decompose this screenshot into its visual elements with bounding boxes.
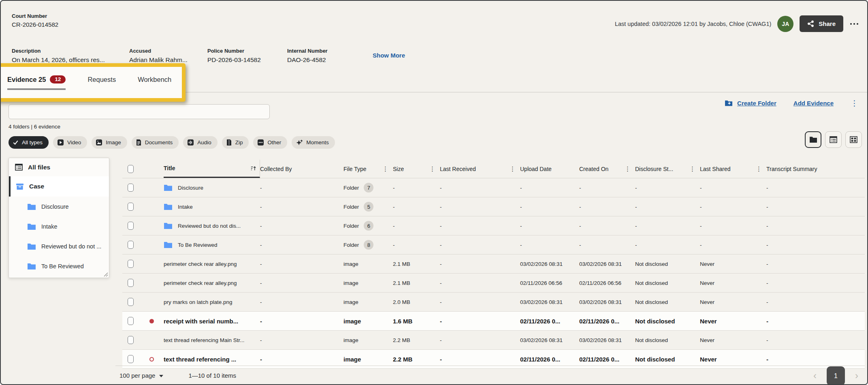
table-row[interactable]: text thread referencing Main Str... - im… <box>122 331 865 350</box>
filter-chip-other[interactable]: Other <box>253 136 287 149</box>
previous-page-icon[interactable]: ‹ <box>808 371 821 381</box>
sidebar-folder-item[interactable]: Reviewed but do not ... <box>9 236 109 256</box>
grid-view-button[interactable] <box>845 131 862 148</box>
table-row[interactable]: pry marks on latch plate.png - image 2.0… <box>122 293 865 312</box>
cell-title[interactable]: pry marks on latch plate.png <box>164 293 260 311</box>
column-menu-icon[interactable]: ⋮ <box>508 165 517 173</box>
column-header[interactable]: Collected By <box>260 160 343 178</box>
table-row[interactable]: Reviewed but do not dis... - Folder6 - -… <box>122 216 865 235</box>
column-menu-icon[interactable]: ⋮ <box>428 165 437 173</box>
file-type-text: image <box>343 337 358 343</box>
table-row[interactable]: To Be Reviewed - Folder8 - - - - - - - <box>122 235 865 255</box>
row-checkbox[interactable] <box>128 355 134 363</box>
table-row[interactable]: Intake - Folder5 - - - - - - - <box>122 197 865 216</box>
show-more-link[interactable]: Show More <box>373 52 405 64</box>
sidebar-item-all-files[interactable]: All files <box>9 158 109 176</box>
column-menu-icon[interactable]: ⋮ <box>623 165 632 173</box>
filter-chip-all-types[interactable]: All types <box>9 136 49 149</box>
cell-last-received: - <box>440 293 520 311</box>
row-checkbox[interactable] <box>128 203 134 211</box>
cell-title[interactable]: perimeter check rear alley.png <box>164 274 260 292</box>
table-row[interactable]: perimeter check rear alley.png - image 2… <box>122 255 865 274</box>
table-row[interactable]: perimeter check rear alley.png - image 2… <box>122 274 865 293</box>
cell-title[interactable]: Disclosure <box>164 178 260 197</box>
header-cell-checkbox <box>122 160 146 178</box>
row-checkbox[interactable] <box>128 222 134 230</box>
cell-title[interactable]: Intake <box>164 197 260 216</box>
row-checkbox[interactable] <box>128 336 134 344</box>
column-menu-icon[interactable]: ⋮ <box>755 165 763 173</box>
chip-label: Zip <box>235 139 243 145</box>
overflow-menu-icon[interactable] <box>849 21 859 27</box>
sidebar-folder-item[interactable]: Intake <box>9 216 109 236</box>
cell-marker <box>146 312 164 330</box>
filter-chip-moments[interactable]: Moments <box>292 136 335 149</box>
cell-disclosure-status: - <box>635 235 700 254</box>
row-checkbox[interactable] <box>128 241 134 249</box>
cell-title[interactable]: perimeter check rear alley.png <box>164 255 260 273</box>
list-view-button[interactable] <box>825 131 842 148</box>
row-checkbox[interactable] <box>128 317 134 325</box>
page-size-dropdown[interactable]: 100 per page <box>115 372 163 379</box>
row-checkbox[interactable] <box>128 260 134 268</box>
current-page-button[interactable]: 1 <box>827 366 845 385</box>
row-checkbox[interactable] <box>128 298 134 306</box>
sidebar-item-case[interactable]: Case <box>9 176 109 197</box>
column-header[interactable]: Created On⋮ <box>579 160 635 178</box>
row-checkbox[interactable] <box>128 279 134 287</box>
filter-chip-audio[interactable]: Audio <box>183 136 218 149</box>
sidebar-folder-item[interactable]: Disclosure <box>9 197 109 216</box>
cell-marker <box>146 235 164 254</box>
table-row[interactable]: receipt with serial numb... - image 1.6 … <box>122 312 865 331</box>
next-page-icon[interactable]: › <box>850 371 863 381</box>
row-checkbox[interactable] <box>128 184 134 192</box>
cell-title[interactable]: Reviewed but do not dis... <box>164 216 260 235</box>
cell-checkbox <box>122 274 146 292</box>
sidebar-folder-item[interactable]: To Be Reviewed <box>9 256 109 276</box>
cell-disclosure-status: Not disclosed <box>635 312 700 330</box>
folder-view-button[interactable] <box>805 131 821 148</box>
column-header[interactable]: Last Received⋮ <box>440 160 520 178</box>
zip-icon <box>226 139 232 146</box>
search-input[interactable] <box>9 104 270 119</box>
cell-created-on: 03/02/2026 08:31 <box>579 293 635 311</box>
column-header-title[interactable]: Title <box>164 160 260 178</box>
sort-ascending-icon[interactable] <box>250 165 256 171</box>
filter-chip-image[interactable]: Image <box>92 136 127 149</box>
cell-transcript-summary: - <box>766 331 865 349</box>
cell-title[interactable]: receipt with serial numb... <box>164 312 260 330</box>
tab-evidence-25[interactable]: Evidence 25 12 <box>7 71 66 90</box>
column-header[interactable]: Last Shared⋮ <box>700 160 766 178</box>
column-header[interactable]: Upload Date <box>520 160 579 178</box>
table-footer: 100 per page 1—10 of 10 items ‹ 1 › <box>115 366 865 385</box>
folder-icon <box>27 203 36 210</box>
create-folder-button[interactable]: Create Folder <box>725 100 776 107</box>
add-evidence-button[interactable]: Add Evidence <box>793 100 834 107</box>
cell-file-type: image <box>343 274 393 292</box>
table-row[interactable]: Disclosure - Folder7 - - - - - - - <box>122 178 865 197</box>
avatar[interactable]: JA <box>777 16 793 32</box>
filter-chip-video[interactable]: Video <box>53 136 87 149</box>
case-subfolders: Disclosure Intake Reviewed but do not ..… <box>9 197 109 276</box>
tab-requests[interactable]: Requests <box>87 71 116 88</box>
cell-last-received: - <box>440 235 520 254</box>
column-menu-icon[interactable]: ⋮ <box>381 165 390 173</box>
filter-chip-zip[interactable]: Zip <box>222 136 249 149</box>
cell-upload-date: 02/11/2026 06:56 <box>520 274 579 292</box>
column-header[interactable]: File Type⋮ <box>343 160 393 178</box>
share-button[interactable]: Share <box>800 15 843 32</box>
column-header[interactable]: Transcript Summary <box>766 160 865 178</box>
column-header[interactable]: Disclosure St...⋮ <box>635 160 700 178</box>
panel-resize-handle[interactable] <box>103 272 108 277</box>
tab-workbench[interactable]: Workbench <box>138 71 171 88</box>
cell-title[interactable]: To Be Reviewed <box>164 235 260 254</box>
cell-last-shared: Never <box>700 312 766 330</box>
cell-title[interactable]: text thread referencing Main Str... <box>164 331 260 349</box>
actions-overflow-icon[interactable]: ⋮ <box>851 99 858 107</box>
column-header[interactable]: Size⋮ <box>393 160 440 178</box>
chip-label: All types <box>22 139 43 145</box>
cell-disclosure-status: Not disclosed <box>635 293 700 311</box>
select-all-checkbox[interactable] <box>128 165 134 173</box>
column-menu-icon[interactable]: ⋮ <box>688 165 697 173</box>
filter-chip-documents[interactable]: Documents <box>132 136 179 149</box>
